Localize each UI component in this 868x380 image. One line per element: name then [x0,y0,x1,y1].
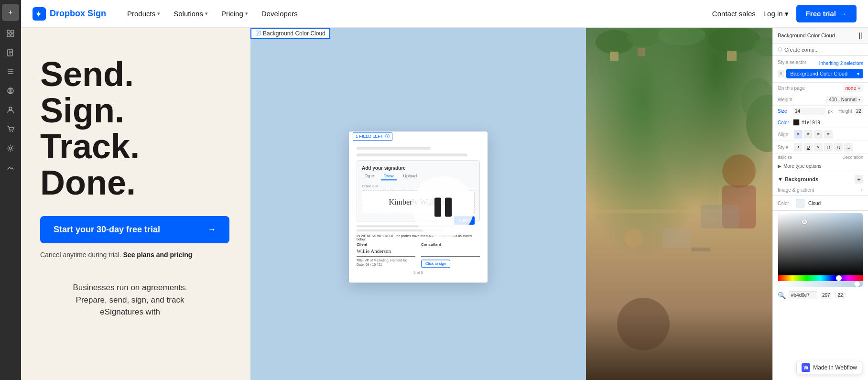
sidebar-assets-icon[interactable] [2,159,19,176]
sig-tab-upload[interactable]: Upload [401,173,420,180]
svg-rect-26 [638,48,645,56]
color-label: Color [778,120,791,125]
hue-thumb[interactable] [836,275,842,281]
field-tag: 1 FIELD LEFT ⓘ [353,132,392,141]
svg-rect-1 [11,30,14,33]
selector-dropdown[interactable]: Background Color Cloud ▾ [786,69,863,78]
rp-weight-row: Weight 400 - Normal ▾ [773,94,868,106]
cta-button[interactable]: Start your 30-day free trial → [40,216,229,243]
align-right-button[interactable]: ≡ [814,130,823,139]
subscript-button[interactable]: T↓ [834,143,843,152]
pause-bar-right [445,197,452,217]
height-value[interactable]: 22 [854,108,863,115]
consultant-sig-line [421,248,480,257]
color-picker-hue-bar[interactable] [778,275,863,281]
color-picker-opacity-bar[interactable] [778,281,863,287]
sig-title: Add your signature [362,165,475,171]
rp-more-type-options[interactable]: ▶ More type options [773,162,868,171]
contact-sales-link[interactable]: Contact sales [712,10,756,18]
client-sig-line: Willie Anderson [357,248,415,257]
color-r-value[interactable]: 207 [820,292,832,299]
color-value[interactable]: #1e1919 [802,120,820,125]
nav-solutions[interactable]: Solutions ▾ [168,6,214,22]
component-icon: ⬡ [778,46,782,53]
sidebar-cms-icon[interactable] [2,82,19,99]
bg-color-cloud-badge[interactable]: ☑ Background Color Cloud [250,28,330,39]
sidebar-ecommerce-icon[interactable] [2,120,19,138]
sidebar-users-icon[interactable] [2,101,19,119]
right-photo-section [586,28,772,380]
sidebar-layout-icon[interactable] [2,25,19,42]
svg-point-32 [617,298,670,350]
svg-rect-3 [11,34,14,37]
rp-image-gradient-row: Image & gradient + [773,185,868,196]
pause-overlay[interactable] [412,176,474,238]
svg-rect-33 [662,228,691,248]
nav-developers[interactable]: Developers [256,6,304,22]
align-center-button[interactable]: ≡ [804,130,813,139]
add-background-button[interactable]: + [855,175,863,184]
doc-page-num: 5 of 5 [357,271,480,275]
sidebar-settings-icon[interactable] [2,140,19,157]
sidebar-nav-icon[interactable] [2,63,19,80]
content-area: Send. Sign. Track. Done. Start your 30-d… [21,28,868,380]
text-style-buttons: I U × T↑ T↓ … [794,143,853,152]
color-hex-input[interactable] [789,291,817,299]
color-swatch[interactable] [793,119,800,126]
businesses-text: Businesses run on agreements. Prepare, s… [40,282,220,318]
selector-tag-icon: # [778,70,784,77]
office-photo [586,28,772,380]
moreformat-button[interactable]: … [844,143,853,152]
size-value[interactable]: 14 [793,108,826,115]
free-trial-button[interactable]: Free trial → [796,5,857,22]
nav-logo[interactable]: ✦ Dropbox Sign [33,7,106,21]
rp-text-style-row: Style I U × T↑ T↓ … [773,141,868,154]
cloud-color-swatch[interactable] [796,199,804,207]
align-left-button[interactable]: ≡ [794,130,803,139]
svg-point-16 [12,131,13,132]
color-bottom-row: 🔍 207 22 [773,289,868,301]
superscript-button[interactable]: T↑ [824,143,833,152]
nav-products[interactable]: Products ▾ [121,6,166,22]
click-to-sign-button[interactable]: Click to sign [421,260,450,268]
svg-point-21 [627,28,660,47]
opacity-thumb[interactable] [854,281,860,287]
sidebar-add-icon[interactable]: + [2,4,19,21]
rp-create-component[interactable]: ⬡ Create comp... [773,43,868,56]
log-in-button[interactable]: Log in ▾ [763,10,789,18]
rp-style-labels-row: Italicize Decoration [773,154,868,162]
cloud-label: Cloud [808,201,821,206]
italic-button[interactable]: I [794,143,803,152]
rp-on-this-page: On this page none ▾ [773,83,868,94]
style-selector-label: Style selector [778,60,806,65]
pricing-chevron-icon: ▾ [245,11,248,17]
color-picker-gradient[interactable] [778,213,863,275]
sidebar-pages-icon[interactable] [2,44,19,61]
color-picker-cursor[interactable] [802,219,807,224]
color-picker-panel[interactable] [778,213,863,287]
svg-point-14 [9,107,12,110]
underline-button[interactable]: U [804,143,813,152]
login-chevron-icon: ▾ [785,10,789,18]
color-g-value[interactable]: 22 [835,292,846,299]
selector-chevron-icon: ▾ [857,71,859,76]
nav-pricing[interactable]: Pricing ▾ [216,6,254,22]
hero-title: Send. Sign. Track. Done. [40,56,220,201]
sig-tab-draw[interactable]: Draw [381,173,397,180]
doc-witness: IN WITNESS WHEREOF, the parties have exe… [357,234,480,241]
svg-rect-27 [727,51,737,61]
align-justify-button[interactable]: ≡ [824,130,833,139]
svg-rect-31 [701,205,739,228]
products-chevron-icon: ▾ [157,11,160,17]
svg-rect-25 [610,52,618,61]
eyedropper-icon[interactable]: 🔍 [778,292,786,299]
chevron-right-icon: ▶ [778,163,781,169]
image-gradient-add[interactable]: + [860,187,863,193]
nav-links: Products ▾ Solutions ▾ Pricing ▾ Develop… [121,6,712,22]
webflow-badge[interactable]: W Made in Webflow [796,361,862,374]
weight-chevron-icon: ▾ [858,98,860,102]
strikethrough-button[interactable]: × [814,143,823,152]
see-plans-link[interactable]: See plans and pricing [123,251,193,259]
sig-tab-type[interactable]: Type [362,173,377,180]
inheriting-label: Inheriting 2 selectors [819,61,863,66]
